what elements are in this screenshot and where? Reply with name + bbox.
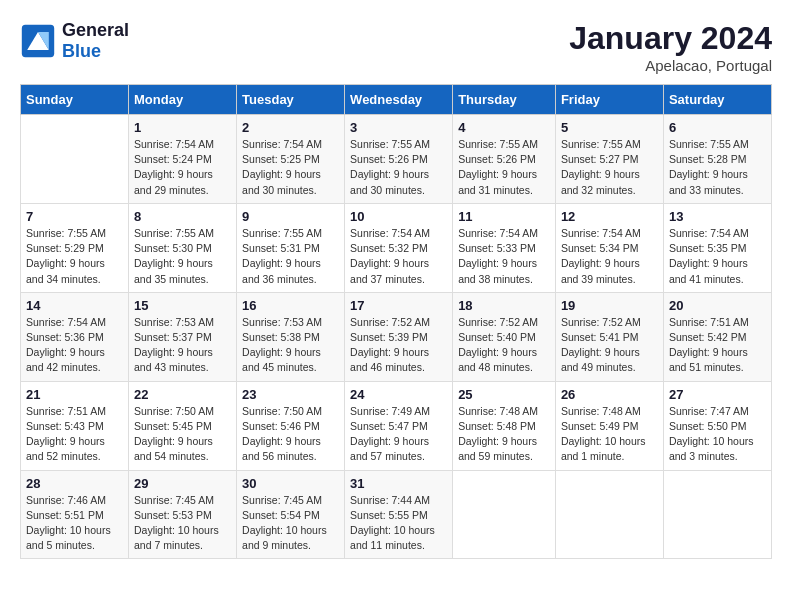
day-info: Sunrise: 7:52 AM Sunset: 5:39 PM Dayligh…	[350, 315, 447, 376]
calendar-day-cell: 24Sunrise: 7:49 AM Sunset: 5:47 PM Dayli…	[345, 381, 453, 470]
calendar-day-cell: 21Sunrise: 7:51 AM Sunset: 5:43 PM Dayli…	[21, 381, 129, 470]
calendar-day-cell: 2Sunrise: 7:54 AM Sunset: 5:25 PM Daylig…	[237, 115, 345, 204]
calendar-day-cell: 19Sunrise: 7:52 AM Sunset: 5:41 PM Dayli…	[555, 292, 663, 381]
day-info: Sunrise: 7:55 AM Sunset: 5:31 PM Dayligh…	[242, 226, 339, 287]
day-info: Sunrise: 7:47 AM Sunset: 5:50 PM Dayligh…	[669, 404, 766, 465]
day-info: Sunrise: 7:49 AM Sunset: 5:47 PM Dayligh…	[350, 404, 447, 465]
day-number: 16	[242, 298, 339, 313]
calendar-week-row: 21Sunrise: 7:51 AM Sunset: 5:43 PM Dayli…	[21, 381, 772, 470]
page-header: General Blue January 2024 Apelacao, Port…	[20, 20, 772, 74]
calendar-day-cell: 27Sunrise: 7:47 AM Sunset: 5:50 PM Dayli…	[663, 381, 771, 470]
day-info: Sunrise: 7:54 AM Sunset: 5:34 PM Dayligh…	[561, 226, 658, 287]
day-number: 13	[669, 209, 766, 224]
calendar-day-cell	[453, 470, 556, 559]
day-info: Sunrise: 7:54 AM Sunset: 5:33 PM Dayligh…	[458, 226, 550, 287]
day-number: 14	[26, 298, 123, 313]
day-number: 25	[458, 387, 550, 402]
col-saturday: Saturday	[663, 85, 771, 115]
day-number: 4	[458, 120, 550, 135]
day-number: 20	[669, 298, 766, 313]
day-info: Sunrise: 7:48 AM Sunset: 5:48 PM Dayligh…	[458, 404, 550, 465]
calendar-day-cell: 25Sunrise: 7:48 AM Sunset: 5:48 PM Dayli…	[453, 381, 556, 470]
day-number: 7	[26, 209, 123, 224]
day-number: 29	[134, 476, 231, 491]
day-info: Sunrise: 7:48 AM Sunset: 5:49 PM Dayligh…	[561, 404, 658, 465]
day-number: 15	[134, 298, 231, 313]
calendar-day-cell: 15Sunrise: 7:53 AM Sunset: 5:37 PM Dayli…	[129, 292, 237, 381]
day-number: 1	[134, 120, 231, 135]
calendar-week-row: 14Sunrise: 7:54 AM Sunset: 5:36 PM Dayli…	[21, 292, 772, 381]
day-info: Sunrise: 7:50 AM Sunset: 5:45 PM Dayligh…	[134, 404, 231, 465]
day-info: Sunrise: 7:54 AM Sunset: 5:35 PM Dayligh…	[669, 226, 766, 287]
calendar-week-row: 7Sunrise: 7:55 AM Sunset: 5:29 PM Daylig…	[21, 203, 772, 292]
day-number: 27	[669, 387, 766, 402]
day-number: 17	[350, 298, 447, 313]
day-info: Sunrise: 7:55 AM Sunset: 5:29 PM Dayligh…	[26, 226, 123, 287]
day-number: 30	[242, 476, 339, 491]
logo-text: General Blue	[62, 20, 129, 62]
calendar-day-cell: 10Sunrise: 7:54 AM Sunset: 5:32 PM Dayli…	[345, 203, 453, 292]
calendar-day-cell	[663, 470, 771, 559]
calendar-day-cell: 1Sunrise: 7:54 AM Sunset: 5:24 PM Daylig…	[129, 115, 237, 204]
calendar-day-cell: 16Sunrise: 7:53 AM Sunset: 5:38 PM Dayli…	[237, 292, 345, 381]
day-info: Sunrise: 7:50 AM Sunset: 5:46 PM Dayligh…	[242, 404, 339, 465]
calendar-body: 1Sunrise: 7:54 AM Sunset: 5:24 PM Daylig…	[21, 115, 772, 559]
day-number: 10	[350, 209, 447, 224]
day-info: Sunrise: 7:45 AM Sunset: 5:54 PM Dayligh…	[242, 493, 339, 554]
day-number: 19	[561, 298, 658, 313]
day-number: 22	[134, 387, 231, 402]
day-number: 8	[134, 209, 231, 224]
day-info: Sunrise: 7:55 AM Sunset: 5:30 PM Dayligh…	[134, 226, 231, 287]
calendar-day-cell	[555, 470, 663, 559]
title-block: January 2024 Apelacao, Portugal	[569, 20, 772, 74]
day-number: 5	[561, 120, 658, 135]
calendar-day-cell: 23Sunrise: 7:50 AM Sunset: 5:46 PM Dayli…	[237, 381, 345, 470]
calendar-week-row: 28Sunrise: 7:46 AM Sunset: 5:51 PM Dayli…	[21, 470, 772, 559]
calendar-day-cell: 12Sunrise: 7:54 AM Sunset: 5:34 PM Dayli…	[555, 203, 663, 292]
calendar-day-cell: 7Sunrise: 7:55 AM Sunset: 5:29 PM Daylig…	[21, 203, 129, 292]
day-number: 12	[561, 209, 658, 224]
day-info: Sunrise: 7:54 AM Sunset: 5:32 PM Dayligh…	[350, 226, 447, 287]
day-number: 21	[26, 387, 123, 402]
calendar-day-cell	[21, 115, 129, 204]
day-number: 11	[458, 209, 550, 224]
calendar-day-cell: 17Sunrise: 7:52 AM Sunset: 5:39 PM Dayli…	[345, 292, 453, 381]
calendar-day-cell: 18Sunrise: 7:52 AM Sunset: 5:40 PM Dayli…	[453, 292, 556, 381]
day-info: Sunrise: 7:53 AM Sunset: 5:37 PM Dayligh…	[134, 315, 231, 376]
day-info: Sunrise: 7:44 AM Sunset: 5:55 PM Dayligh…	[350, 493, 447, 554]
day-number: 26	[561, 387, 658, 402]
day-number: 24	[350, 387, 447, 402]
calendar-day-cell: 6Sunrise: 7:55 AM Sunset: 5:28 PM Daylig…	[663, 115, 771, 204]
day-info: Sunrise: 7:46 AM Sunset: 5:51 PM Dayligh…	[26, 493, 123, 554]
calendar-table: Sunday Monday Tuesday Wednesday Thursday…	[20, 84, 772, 559]
logo: General Blue	[20, 20, 129, 62]
day-info: Sunrise: 7:52 AM Sunset: 5:41 PM Dayligh…	[561, 315, 658, 376]
day-info: Sunrise: 7:55 AM Sunset: 5:27 PM Dayligh…	[561, 137, 658, 198]
calendar-day-cell: 30Sunrise: 7:45 AM Sunset: 5:54 PM Dayli…	[237, 470, 345, 559]
day-info: Sunrise: 7:54 AM Sunset: 5:24 PM Dayligh…	[134, 137, 231, 198]
calendar-header-row: Sunday Monday Tuesday Wednesday Thursday…	[21, 85, 772, 115]
day-number: 3	[350, 120, 447, 135]
calendar-day-cell: 31Sunrise: 7:44 AM Sunset: 5:55 PM Dayli…	[345, 470, 453, 559]
day-number: 28	[26, 476, 123, 491]
calendar-day-cell: 13Sunrise: 7:54 AM Sunset: 5:35 PM Dayli…	[663, 203, 771, 292]
day-info: Sunrise: 7:55 AM Sunset: 5:28 PM Dayligh…	[669, 137, 766, 198]
calendar-day-cell: 28Sunrise: 7:46 AM Sunset: 5:51 PM Dayli…	[21, 470, 129, 559]
calendar-day-cell: 5Sunrise: 7:55 AM Sunset: 5:27 PM Daylig…	[555, 115, 663, 204]
calendar-day-cell: 4Sunrise: 7:55 AM Sunset: 5:26 PM Daylig…	[453, 115, 556, 204]
calendar-day-cell: 3Sunrise: 7:55 AM Sunset: 5:26 PM Daylig…	[345, 115, 453, 204]
col-sunday: Sunday	[21, 85, 129, 115]
logo-icon	[20, 23, 56, 59]
col-monday: Monday	[129, 85, 237, 115]
day-info: Sunrise: 7:55 AM Sunset: 5:26 PM Dayligh…	[458, 137, 550, 198]
calendar-day-cell: 20Sunrise: 7:51 AM Sunset: 5:42 PM Dayli…	[663, 292, 771, 381]
day-info: Sunrise: 7:53 AM Sunset: 5:38 PM Dayligh…	[242, 315, 339, 376]
day-info: Sunrise: 7:52 AM Sunset: 5:40 PM Dayligh…	[458, 315, 550, 376]
calendar-day-cell: 9Sunrise: 7:55 AM Sunset: 5:31 PM Daylig…	[237, 203, 345, 292]
day-number: 6	[669, 120, 766, 135]
col-thursday: Thursday	[453, 85, 556, 115]
day-number: 9	[242, 209, 339, 224]
day-info: Sunrise: 7:54 AM Sunset: 5:25 PM Dayligh…	[242, 137, 339, 198]
day-info: Sunrise: 7:45 AM Sunset: 5:53 PM Dayligh…	[134, 493, 231, 554]
month-title: January 2024	[569, 20, 772, 57]
